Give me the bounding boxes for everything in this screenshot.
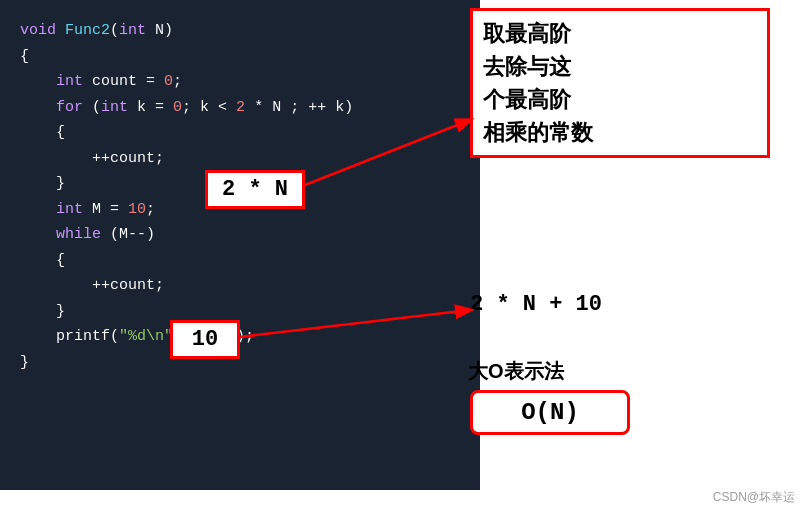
code-line: { — [20, 248, 460, 274]
code-line: } — [20, 350, 460, 376]
annotation-sum-label: 2 * N + 10 — [470, 292, 602, 317]
code-line: while (M--) — [20, 222, 460, 248]
code-line: { — [20, 44, 460, 70]
annotation-10-box: 10 — [170, 320, 240, 359]
annotation-bigo-title: 大O表示法 — [468, 358, 564, 385]
annotation-2n-box: 2 * N — [205, 170, 305, 209]
code-line: printf("%d\n", count); — [20, 324, 460, 350]
code-panel: void Func2(int N){ int count = 0; for (i… — [0, 0, 480, 490]
code-line: ++count; — [20, 273, 460, 299]
code-line: for (int k = 0; k < 2 * N ; ++ k) — [20, 95, 460, 121]
code-line: ++count; — [20, 146, 460, 172]
code-line: } — [20, 299, 460, 325]
main-container: void Func2(int N){ int count = 0; for (i… — [0, 0, 800, 511]
code-line: int count = 0; — [20, 69, 460, 95]
watermark: CSDN@坏幸运 — [713, 489, 795, 506]
code-line: void Func2(int N) — [20, 18, 460, 44]
annotation-top-box: 取最高阶 去除与这 个最高阶 相乘的常数 — [470, 8, 770, 158]
code-line: { — [20, 120, 460, 146]
annotation-on-box: O(N) — [470, 390, 630, 435]
